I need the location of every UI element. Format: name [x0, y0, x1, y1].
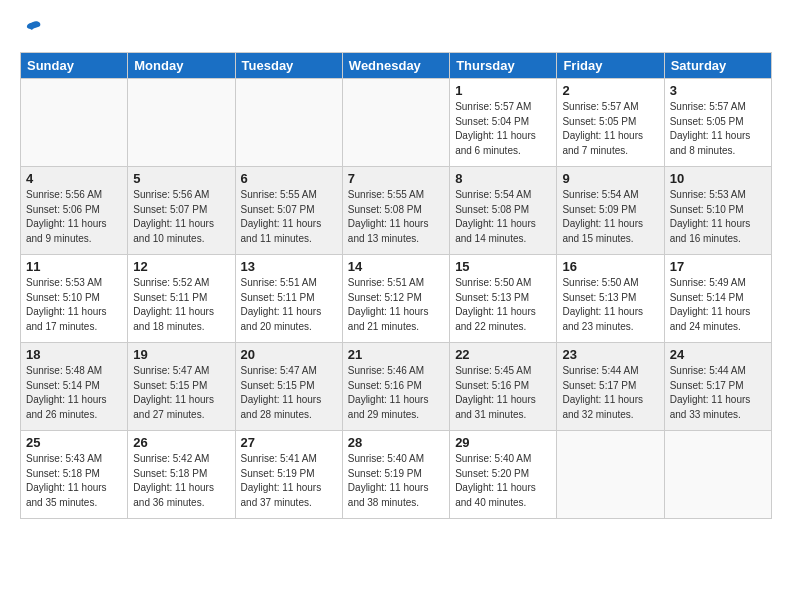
- calendar-week-5: 25Sunrise: 5:43 AM Sunset: 5:18 PM Dayli…: [21, 431, 772, 519]
- day-number: 1: [455, 83, 551, 98]
- calendar-cell: [128, 79, 235, 167]
- day-info: Sunrise: 5:40 AM Sunset: 5:19 PM Dayligh…: [348, 452, 444, 510]
- day-info: Sunrise: 5:51 AM Sunset: 5:12 PM Dayligh…: [348, 276, 444, 334]
- day-info: Sunrise: 5:56 AM Sunset: 5:07 PM Dayligh…: [133, 188, 229, 246]
- day-info: Sunrise: 5:51 AM Sunset: 5:11 PM Dayligh…: [241, 276, 337, 334]
- day-info: Sunrise: 5:53 AM Sunset: 5:10 PM Dayligh…: [670, 188, 766, 246]
- calendar-cell: 24Sunrise: 5:44 AM Sunset: 5:17 PM Dayli…: [664, 343, 771, 431]
- calendar-cell: 8Sunrise: 5:54 AM Sunset: 5:08 PM Daylig…: [450, 167, 557, 255]
- day-info: Sunrise: 5:50 AM Sunset: 5:13 PM Dayligh…: [455, 276, 551, 334]
- day-number: 14: [348, 259, 444, 274]
- calendar-cell: [664, 431, 771, 519]
- calendar-cell: 2Sunrise: 5:57 AM Sunset: 5:05 PM Daylig…: [557, 79, 664, 167]
- day-number: 25: [26, 435, 122, 450]
- day-number: 18: [26, 347, 122, 362]
- calendar-week-3: 11Sunrise: 5:53 AM Sunset: 5:10 PM Dayli…: [21, 255, 772, 343]
- weekday-header-wednesday: Wednesday: [342, 53, 449, 79]
- calendar-cell: 21Sunrise: 5:46 AM Sunset: 5:16 PM Dayli…: [342, 343, 449, 431]
- weekday-header-monday: Monday: [128, 53, 235, 79]
- day-info: Sunrise: 5:57 AM Sunset: 5:04 PM Dayligh…: [455, 100, 551, 158]
- day-number: 15: [455, 259, 551, 274]
- day-number: 20: [241, 347, 337, 362]
- day-number: 8: [455, 171, 551, 186]
- calendar-cell: 11Sunrise: 5:53 AM Sunset: 5:10 PM Dayli…: [21, 255, 128, 343]
- calendar-cell: 18Sunrise: 5:48 AM Sunset: 5:14 PM Dayli…: [21, 343, 128, 431]
- calendar-cell: 25Sunrise: 5:43 AM Sunset: 5:18 PM Dayli…: [21, 431, 128, 519]
- day-number: 7: [348, 171, 444, 186]
- calendar-cell: 6Sunrise: 5:55 AM Sunset: 5:07 PM Daylig…: [235, 167, 342, 255]
- calendar-cell: 1Sunrise: 5:57 AM Sunset: 5:04 PM Daylig…: [450, 79, 557, 167]
- calendar-cell: 13Sunrise: 5:51 AM Sunset: 5:11 PM Dayli…: [235, 255, 342, 343]
- day-info: Sunrise: 5:52 AM Sunset: 5:11 PM Dayligh…: [133, 276, 229, 334]
- calendar-cell: 10Sunrise: 5:53 AM Sunset: 5:10 PM Dayli…: [664, 167, 771, 255]
- day-info: Sunrise: 5:54 AM Sunset: 5:09 PM Dayligh…: [562, 188, 658, 246]
- weekday-header-sunday: Sunday: [21, 53, 128, 79]
- calendar-cell: [342, 79, 449, 167]
- day-number: 19: [133, 347, 229, 362]
- day-number: 24: [670, 347, 766, 362]
- day-info: Sunrise: 5:47 AM Sunset: 5:15 PM Dayligh…: [133, 364, 229, 422]
- calendar-cell: 22Sunrise: 5:45 AM Sunset: 5:16 PM Dayli…: [450, 343, 557, 431]
- day-info: Sunrise: 5:47 AM Sunset: 5:15 PM Dayligh…: [241, 364, 337, 422]
- header-row: SundayMondayTuesdayWednesdayThursdayFrid…: [21, 53, 772, 79]
- day-info: Sunrise: 5:54 AM Sunset: 5:08 PM Dayligh…: [455, 188, 551, 246]
- day-info: Sunrise: 5:55 AM Sunset: 5:08 PM Dayligh…: [348, 188, 444, 246]
- calendar-table: SundayMondayTuesdayWednesdayThursdayFrid…: [20, 52, 772, 519]
- day-number: 5: [133, 171, 229, 186]
- calendar-cell: 14Sunrise: 5:51 AM Sunset: 5:12 PM Dayli…: [342, 255, 449, 343]
- weekday-header-friday: Friday: [557, 53, 664, 79]
- day-number: 27: [241, 435, 337, 450]
- day-number: 17: [670, 259, 766, 274]
- calendar-cell: 19Sunrise: 5:47 AM Sunset: 5:15 PM Dayli…: [128, 343, 235, 431]
- calendar-cell: 9Sunrise: 5:54 AM Sunset: 5:09 PM Daylig…: [557, 167, 664, 255]
- day-number: 12: [133, 259, 229, 274]
- day-number: 3: [670, 83, 766, 98]
- day-number: 16: [562, 259, 658, 274]
- calendar-cell: [557, 431, 664, 519]
- day-info: Sunrise: 5:45 AM Sunset: 5:16 PM Dayligh…: [455, 364, 551, 422]
- day-number: 22: [455, 347, 551, 362]
- calendar-cell: 23Sunrise: 5:44 AM Sunset: 5:17 PM Dayli…: [557, 343, 664, 431]
- day-number: 26: [133, 435, 229, 450]
- calendar-cell: 4Sunrise: 5:56 AM Sunset: 5:06 PM Daylig…: [21, 167, 128, 255]
- day-info: Sunrise: 5:42 AM Sunset: 5:18 PM Dayligh…: [133, 452, 229, 510]
- day-number: 11: [26, 259, 122, 274]
- day-info: Sunrise: 5:48 AM Sunset: 5:14 PM Dayligh…: [26, 364, 122, 422]
- day-info: Sunrise: 5:46 AM Sunset: 5:16 PM Dayligh…: [348, 364, 444, 422]
- day-info: Sunrise: 5:43 AM Sunset: 5:18 PM Dayligh…: [26, 452, 122, 510]
- day-info: Sunrise: 5:49 AM Sunset: 5:14 PM Dayligh…: [670, 276, 766, 334]
- logo-bird-icon: [22, 18, 44, 46]
- day-number: 9: [562, 171, 658, 186]
- day-number: 2: [562, 83, 658, 98]
- day-number: 6: [241, 171, 337, 186]
- calendar-cell: 20Sunrise: 5:47 AM Sunset: 5:15 PM Dayli…: [235, 343, 342, 431]
- day-info: Sunrise: 5:41 AM Sunset: 5:19 PM Dayligh…: [241, 452, 337, 510]
- calendar-week-4: 18Sunrise: 5:48 AM Sunset: 5:14 PM Dayli…: [21, 343, 772, 431]
- calendar-cell: 27Sunrise: 5:41 AM Sunset: 5:19 PM Dayli…: [235, 431, 342, 519]
- day-info: Sunrise: 5:50 AM Sunset: 5:13 PM Dayligh…: [562, 276, 658, 334]
- calendar-cell: 7Sunrise: 5:55 AM Sunset: 5:08 PM Daylig…: [342, 167, 449, 255]
- day-info: Sunrise: 5:55 AM Sunset: 5:07 PM Dayligh…: [241, 188, 337, 246]
- day-number: 10: [670, 171, 766, 186]
- day-info: Sunrise: 5:57 AM Sunset: 5:05 PM Dayligh…: [562, 100, 658, 158]
- day-number: 4: [26, 171, 122, 186]
- calendar-cell: 17Sunrise: 5:49 AM Sunset: 5:14 PM Dayli…: [664, 255, 771, 343]
- day-info: Sunrise: 5:56 AM Sunset: 5:06 PM Dayligh…: [26, 188, 122, 246]
- day-info: Sunrise: 5:53 AM Sunset: 5:10 PM Dayligh…: [26, 276, 122, 334]
- day-info: Sunrise: 5:57 AM Sunset: 5:05 PM Dayligh…: [670, 100, 766, 158]
- calendar-cell: 28Sunrise: 5:40 AM Sunset: 5:19 PM Dayli…: [342, 431, 449, 519]
- page: SundayMondayTuesdayWednesdayThursdayFrid…: [0, 0, 792, 529]
- calendar-week-1: 1Sunrise: 5:57 AM Sunset: 5:04 PM Daylig…: [21, 79, 772, 167]
- day-number: 28: [348, 435, 444, 450]
- day-number: 23: [562, 347, 658, 362]
- day-number: 13: [241, 259, 337, 274]
- day-info: Sunrise: 5:44 AM Sunset: 5:17 PM Dayligh…: [562, 364, 658, 422]
- calendar-cell: 12Sunrise: 5:52 AM Sunset: 5:11 PM Dayli…: [128, 255, 235, 343]
- calendar-cell: 26Sunrise: 5:42 AM Sunset: 5:18 PM Dayli…: [128, 431, 235, 519]
- weekday-header-saturday: Saturday: [664, 53, 771, 79]
- calendar-week-2: 4Sunrise: 5:56 AM Sunset: 5:06 PM Daylig…: [21, 167, 772, 255]
- logo: [20, 18, 44, 46]
- calendar-cell: [21, 79, 128, 167]
- day-info: Sunrise: 5:40 AM Sunset: 5:20 PM Dayligh…: [455, 452, 551, 510]
- day-number: 29: [455, 435, 551, 450]
